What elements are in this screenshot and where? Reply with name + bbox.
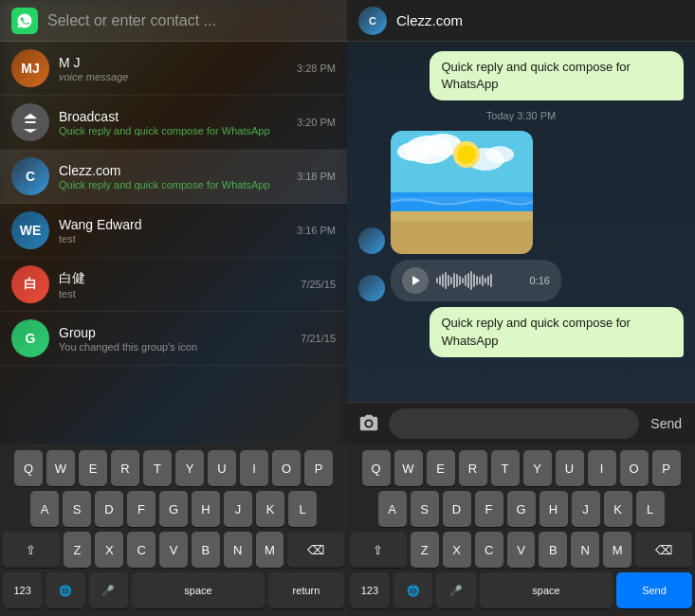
input-bar: Send [347,402,695,444]
chat-item-group[interactable]: G Group You changed this group's icon 7/… [0,312,347,366]
chat-item-mj[interactable]: MJ M J voice message 3:28 PM [0,42,347,96]
right-key-n[interactable]: N [571,532,599,568]
right-key-q[interactable]: Q [362,450,391,486]
key-l[interactable]: L [288,491,317,527]
right-key-m[interactable]: M [603,532,631,568]
right-key-b[interactable]: B [539,532,567,568]
key-f[interactable]: F [127,491,155,527]
right-key-o[interactable]: O [620,450,649,486]
avatar-broadcast [11,103,49,141]
key-u[interactable]: U [208,450,236,486]
voice-message-row: 0:16 [358,260,684,301]
right-key-w[interactable]: W [394,450,423,486]
key-d[interactable]: D [95,491,123,527]
key-z[interactable]: Z [64,532,92,568]
return-key[interactable]: return [268,572,344,608]
key-o[interactable]: O [272,450,301,486]
chat-name-wang: Wang Edward [59,217,291,232]
play-button[interactable] [402,267,429,294]
right-shift-key[interactable]: ⇧ [350,532,407,568]
right-key-z[interactable]: Z [411,532,439,568]
chat-item-wang[interactable]: WE Wang Edward test 3:16 PM [0,204,347,258]
chat-preview-clezz: Quick reply and quick compose for WhatsA… [59,179,291,190]
chat-time-group: 7/21/15 [301,333,336,344]
chat-preview-wang: test [59,233,291,245]
header-avatar: C [358,7,387,35]
msg-avatar-voice [358,275,385,301]
key-r[interactable]: R [111,450,139,486]
chat-item-clezz[interactable]: C Clezz.com Quick reply and quick compos… [0,150,347,204]
key-n[interactable]: N [224,532,252,568]
key-m[interactable]: M [256,532,284,568]
right-globe-key[interactable]: 🌐 [393,572,433,608]
right-keyboard-row-3: ⇧ Z X C V B N M ⌫ [350,532,692,568]
right-delete-key[interactable]: ⌫ [635,532,692,568]
key-x[interactable]: X [95,532,123,568]
num-key[interactable]: 123 [3,572,42,608]
chat-info-mj: M J voice message [59,55,291,82]
right-key-s[interactable]: S [411,491,439,527]
chat-name-bai: 白健 [59,270,295,287]
key-t[interactable]: T [143,450,172,486]
send-button-bar[interactable]: Send [645,412,687,435]
right-key-v[interactable]: V [507,532,536,568]
right-key-l[interactable]: L [636,491,665,527]
key-b[interactable]: B [192,532,220,568]
key-j[interactable]: J [224,491,252,527]
key-q[interactable]: Q [14,450,43,486]
key-c[interactable]: C [127,532,155,568]
key-e[interactable]: E [79,450,107,486]
key-k[interactable]: K [256,491,284,527]
delete-key[interactable]: ⌫ [287,532,344,568]
waveform-bar [470,271,472,290]
key-h[interactable]: H [192,491,220,527]
right-key-c[interactable]: C [475,532,503,568]
right-key-x[interactable]: X [443,532,471,568]
right-key-j[interactable]: J [572,491,600,527]
right-key-y[interactable]: Y [523,450,552,486]
waveform-bar [482,275,484,286]
right-key-k[interactable]: K [604,491,632,527]
key-y[interactable]: Y [175,450,204,486]
right-space-key[interactable]: space [480,572,613,608]
chat-item-bai[interactable]: 白 白健 test 7/25/15 [0,258,347,312]
message-input[interactable] [389,408,639,439]
key-i[interactable]: I [240,450,268,486]
right-keyboard-row-1: Q W E R T Y U I O P [350,450,692,486]
key-p[interactable]: P [304,450,333,486]
right-key-g[interactable]: G [507,491,536,527]
key-v[interactable]: V [159,532,188,568]
right-key-d[interactable]: D [443,491,471,527]
right-key-r[interactable]: R [459,450,487,486]
right-key-i[interactable]: I [588,450,616,486]
date-divider: Today 3:30 PM [358,106,684,125]
camera-button[interactable] [355,409,383,438]
right-mic-key[interactable]: 🎤 [436,572,476,608]
right-key-h[interactable]: H [540,491,568,527]
key-a[interactable]: A [30,491,59,527]
voice-duration: 0:16 [530,275,550,286]
key-g[interactable]: G [159,491,188,527]
right-key-p[interactable]: P [652,450,681,486]
shift-key[interactable]: ⇧ [3,532,60,568]
chat-time-mj: 3:28 PM [297,63,336,74]
messages-area: Quick reply and quick compose for WhatsA… [347,42,695,402]
right-key-t[interactable]: T [491,450,520,486]
chat-item-broadcast[interactable]: Broadcast Quick reply and quick compose … [0,96,347,150]
space-key[interactable]: space [132,572,265,608]
beach-scene-svg [391,131,533,254]
svg-point-3 [397,142,431,161]
key-s[interactable]: S [63,491,91,527]
right-send-key[interactable]: Send [616,572,692,608]
right-key-u[interactable]: U [556,450,584,486]
right-key-e[interactable]: E [427,450,455,486]
key-w[interactable]: W [46,450,75,486]
globe-key[interactable]: 🌐 [46,572,84,608]
right-key-a[interactable]: A [378,491,407,527]
chat-info-broadcast: Broadcast Quick reply and quick compose … [59,109,291,136]
mic-key[interactable]: 🎤 [89,572,128,608]
right-key-f[interactable]: F [475,491,503,527]
search-placeholder: Select or enter contact ... [47,12,216,29]
svg-rect-11 [391,211,533,221]
right-num-key[interactable]: 123 [350,572,390,608]
